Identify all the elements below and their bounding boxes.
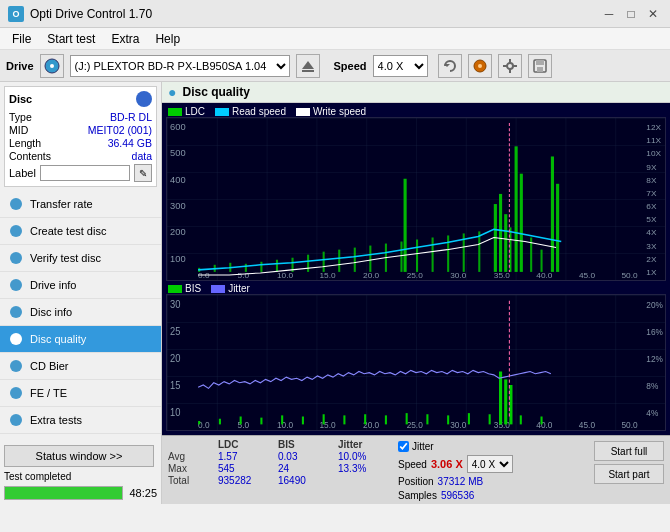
svg-text:300: 300 <box>170 201 186 211</box>
stats-right-col: Jitter Speed 3.06 X 4.0 X Position 37312… <box>398 441 513 501</box>
svg-rect-110 <box>447 415 449 424</box>
maximize-button[interactable]: □ <box>622 5 640 23</box>
drive-label: Drive <box>6 60 34 72</box>
nav-item-label-disc-quality: Disc quality <box>30 333 86 345</box>
nav-item-transfer-rate[interactable]: Transfer rate <box>0 191 161 218</box>
svg-text:6X: 6X <box>646 202 657 211</box>
nav-item-label-drive-info: Drive info <box>30 279 76 291</box>
svg-rect-59 <box>416 240 418 272</box>
svg-rect-60 <box>432 237 434 271</box>
svg-rect-100 <box>240 417 242 425</box>
chart1-legend: LDC Read speed Write speed <box>166 105 666 117</box>
jitter-checkbox[interactable] <box>398 441 409 452</box>
svg-text:11X: 11X <box>646 136 661 145</box>
svg-text:5.0: 5.0 <box>238 271 250 280</box>
start-full-button[interactable]: Start full <box>594 441 664 461</box>
stats-empty <box>168 439 198 450</box>
svg-rect-3 <box>302 70 314 72</box>
nav-item-drive-info[interactable]: Drive info <box>0 272 161 299</box>
svg-text:30.0: 30.0 <box>450 419 466 429</box>
svg-text:45.0: 45.0 <box>579 419 595 429</box>
stats-avg-jitter: 10.0% <box>338 451 388 462</box>
svg-rect-102 <box>281 415 283 424</box>
disc-mid-label: MID <box>9 124 28 136</box>
disc-button[interactable] <box>468 54 492 78</box>
svg-rect-54 <box>338 250 340 272</box>
window-title: Opti Drive Control 1.70 <box>30 7 152 21</box>
samples-row: Samples 596536 <box>398 490 513 501</box>
drive-select[interactable]: (J:) PLEXTOR BD-R PX-LB950SA 1.04 <box>70 55 290 77</box>
svg-rect-50 <box>276 260 278 272</box>
titlebar-controls: ─ □ ✕ <box>600 5 662 23</box>
menu-help[interactable]: Help <box>147 30 188 48</box>
svg-rect-116 <box>520 415 522 424</box>
legend-jitter-label: Jitter <box>228 283 250 294</box>
svg-marker-2 <box>302 61 314 69</box>
menu-file[interactable]: File <box>4 30 39 48</box>
stats-total-ldc: 935282 <box>218 475 258 486</box>
svg-text:2X: 2X <box>646 255 657 264</box>
disc-icon <box>44 58 60 74</box>
svg-rect-8 <box>509 59 511 63</box>
svg-text:12%: 12% <box>646 354 663 364</box>
eject-icon <box>301 59 315 73</box>
stats-avg-label: Avg <box>168 451 198 462</box>
refresh-button[interactable] <box>438 54 462 78</box>
svg-rect-117 <box>541 417 543 425</box>
disc-type-label: Type <box>9 111 32 123</box>
nav-item-fe-te[interactable]: FE / TE <box>0 380 161 407</box>
nav-item-disc-info[interactable]: Disc info <box>0 299 161 326</box>
eject-button[interactable] <box>296 54 320 78</box>
content-title: Disc quality <box>182 85 249 99</box>
status-section: Status window >> Test completed 48:25 <box>0 441 161 504</box>
stats-speed-select[interactable]: 4.0 X <box>467 455 513 473</box>
jitter-check-row: Jitter <box>398 441 513 452</box>
disc-length-row: Length 36.44 GB <box>9 137 152 149</box>
svg-text:15.0: 15.0 <box>320 271 337 280</box>
svg-text:25: 25 <box>170 326 180 337</box>
svg-rect-101 <box>260 418 262 425</box>
menu-starttest[interactable]: Start test <box>39 30 103 48</box>
disc-label-input[interactable] <box>40 165 130 181</box>
disc-mid-val: MEIT02 (001) <box>88 124 152 136</box>
svg-rect-73 <box>556 184 559 272</box>
jitter-check-label: Jitter <box>412 441 434 452</box>
nav-item-disc-quality[interactable]: Disc quality <box>0 326 161 353</box>
close-button[interactable]: ✕ <box>644 5 662 23</box>
svg-rect-69 <box>520 174 523 272</box>
svg-rect-13 <box>536 60 544 65</box>
svg-rect-71 <box>541 250 543 272</box>
nav-item-icon-disc-quality <box>10 333 22 345</box>
legend-readspeed-label: Read speed <box>232 106 286 117</box>
nav-item-verify-test-disc[interactable]: Verify test disc <box>0 245 161 272</box>
nav-item-cd-bier[interactable]: CD Bier <box>0 353 161 380</box>
svg-text:20.0: 20.0 <box>363 271 380 280</box>
svg-rect-105 <box>343 415 345 424</box>
drive-icon-button[interactable] <box>40 54 64 78</box>
settings-button[interactable] <box>498 54 522 78</box>
svg-rect-53 <box>323 252 325 272</box>
nav-item-extra-tests[interactable]: Extra tests <box>0 407 161 434</box>
position-label: Position <box>398 476 434 487</box>
status-window-button[interactable]: Status window >> <box>4 445 154 467</box>
speed-select[interactable]: 4.0 X <box>373 55 428 77</box>
nav-item-icon-disc-info <box>10 306 22 318</box>
stats-jitter-header: Jitter <box>338 439 388 450</box>
speed-row: Speed 3.06 X 4.0 X <box>398 455 513 473</box>
svg-rect-14 <box>537 67 543 72</box>
minimize-button[interactable]: ─ <box>600 5 618 23</box>
menu-extra[interactable]: Extra <box>103 30 147 48</box>
svg-text:4X: 4X <box>646 229 657 238</box>
save-button[interactable] <box>528 54 552 78</box>
stats-max-row: Max 545 24 13.3% <box>168 463 388 474</box>
disc-label-edit-button[interactable]: ✎ <box>134 164 152 182</box>
svg-text:20%: 20% <box>646 300 663 310</box>
svg-text:10.0: 10.0 <box>277 271 294 280</box>
start-part-button[interactable]: Start part <box>594 464 664 484</box>
progress-row: Test completed <box>4 471 157 482</box>
svg-rect-107 <box>385 415 387 424</box>
disc-label-label: Label <box>9 167 36 179</box>
speed-label: Speed <box>334 60 367 72</box>
nav-item-create-test-disc[interactable]: Create test disc <box>0 218 161 245</box>
svg-rect-76 <box>167 295 665 430</box>
